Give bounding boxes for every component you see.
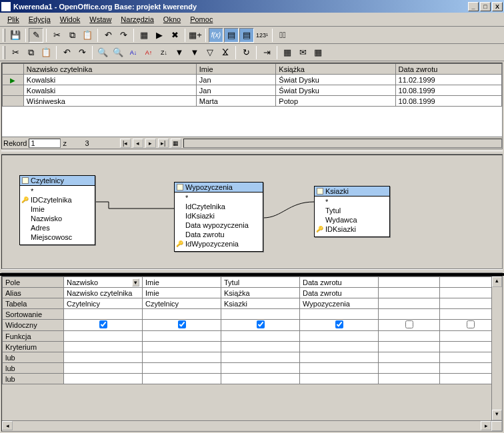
- design-view-icon[interactable]: ▦: [137, 28, 151, 43]
- visible-cell[interactable]: [64, 320, 143, 331]
- export-icon[interactable]: ⇥: [259, 45, 274, 60]
- col-header[interactable]: Nazwisko czytelnika: [23, 64, 196, 75]
- alias-cell[interactable]: Data zwrotu: [300, 288, 379, 298]
- menu-edycja[interactable]: Edycja: [24, 14, 55, 25]
- col-header[interactable]: Książka: [276, 64, 395, 75]
- apply-filter-icon[interactable]: ▼: [187, 45, 202, 60]
- menu-okno[interactable]: Okno: [159, 14, 185, 25]
- save-icon[interactable]: 💾: [8, 28, 23, 43]
- diagram-pane[interactable]: Czytelnicy * IDCzytelnika Imie Nazwisko …: [1, 155, 503, 269]
- field-cell[interactable]: Imie: [143, 277, 221, 288]
- paste2-icon[interactable]: 📋: [39, 45, 53, 60]
- run-query-icon[interactable]: ▶: [152, 28, 167, 43]
- redo2-icon[interactable]: ↷: [75, 45, 89, 60]
- cut2-icon[interactable]: ✂: [8, 45, 23, 60]
- undo2-icon[interactable]: ↶: [59, 45, 74, 60]
- table-ksiazki[interactable]: Ksiazki * Tytul Wydawca IDKsiazki: [314, 186, 390, 237]
- toolbar-grip-2[interactable]: [3, 46, 5, 59]
- nav-last-icon[interactable]: ▸|: [158, 139, 169, 148]
- scroll-right-icon[interactable]: ▸: [481, 421, 491, 430]
- table-cell[interactable]: Ksiazki: [221, 298, 300, 309]
- toolbar-grip[interactable]: [3, 29, 5, 42]
- visible-cell[interactable]: [221, 320, 300, 331]
- scroll-down-icon[interactable]: ▾: [492, 410, 502, 420]
- select-all-corner[interactable]: [3, 64, 24, 75]
- mail-merge-icon[interactable]: ✉: [295, 45, 310, 60]
- menu-widok[interactable]: Widok: [55, 14, 85, 25]
- table-cell[interactable]: Czytelnicy: [64, 298, 143, 309]
- table-row[interactable]: Kowalski Jan Świat Dysku 10.08.1999: [3, 85, 502, 96]
- alias-cell[interactable]: Książka: [221, 288, 300, 298]
- table-wypozyczenia[interactable]: Wypozyczenia * IdCzytelnika IdKsiazki Da…: [174, 182, 263, 252]
- close-button[interactable]: X: [492, 2, 503, 11]
- visible-checkbox[interactable]: [257, 320, 265, 328]
- horizontal-scrollbar[interactable]: ◂ ▸: [2, 420, 502, 431]
- visible-checkbox[interactable]: [99, 320, 107, 328]
- scroll-track[interactable]: [183, 139, 502, 148]
- col-header[interactable]: Data zwrotu: [395, 64, 501, 75]
- filter-icon[interactable]: Ϫ: [218, 45, 233, 60]
- table-czytelnicy[interactable]: Czytelnicy * IDCzytelnika Imie Nazwisko …: [19, 175, 95, 245]
- table-row[interactable]: ▶ Kowalski Jan Świat Dysku 11.02.1999: [3, 75, 502, 85]
- visible-cell[interactable]: [300, 320, 379, 331]
- menu-wstaw[interactable]: Wstaw: [85, 14, 116, 25]
- table-cell[interactable]: Wypozyczenia: [300, 298, 379, 309]
- design-grid[interactable]: Pole Nazwisko Imie Tytul Data zwrotu Ali…: [2, 276, 502, 384]
- record-current-input[interactable]: [29, 139, 61, 148]
- redo-icon[interactable]: ↷: [116, 28, 131, 43]
- copy-icon[interactable]: ⧉: [65, 28, 79, 43]
- field-cell[interactable]: Nazwisko: [64, 277, 143, 288]
- alias-cell[interactable]: Nazwisko czytelnika: [64, 288, 143, 298]
- field-cell[interactable]: Data zwrotu: [300, 277, 379, 288]
- visible-checkbox[interactable]: [467, 320, 475, 328]
- data-to-text-icon[interactable]: ▦: [280, 45, 295, 60]
- find-replace-icon[interactable]: 🔍: [111, 45, 125, 60]
- visible-cell[interactable]: [143, 320, 221, 331]
- visible-checkbox[interactable]: [178, 320, 186, 328]
- paste-icon[interactable]: 📋: [80, 28, 95, 43]
- refresh-icon[interactable]: ↻: [239, 45, 253, 60]
- clear-query-icon[interactable]: ✖: [167, 28, 182, 43]
- visible-checkbox[interactable]: [405, 320, 413, 328]
- scroll-left-icon[interactable]: ◂: [2, 421, 13, 430]
- data-source-icon[interactable]: ▦: [311, 45, 325, 60]
- nav-first-icon[interactable]: |◂: [120, 139, 131, 148]
- sort-za-icon[interactable]: Z↓: [157, 45, 171, 60]
- sort-desc-icon[interactable]: A↑: [141, 45, 156, 60]
- menu-plik[interactable]: Plik: [3, 14, 24, 25]
- field-cell[interactable]: Tytul: [221, 277, 300, 288]
- close-query-icon[interactable]: �⃠: [275, 28, 290, 43]
- copy2-icon[interactable]: ⧉: [23, 45, 38, 60]
- record-of-label: z: [63, 139, 83, 147]
- distinct-values-icon[interactable]: 123¹: [255, 28, 269, 43]
- visible-checkbox[interactable]: [335, 320, 343, 328]
- nav-next-icon[interactable]: ▸: [145, 139, 156, 148]
- find-icon[interactable]: 🔍: [95, 45, 110, 60]
- add-table-icon[interactable]: ▦+: [188, 28, 203, 43]
- alias-icon[interactable]: ▤: [239, 28, 254, 43]
- table-cell[interactable]: Czytelnicy: [143, 298, 221, 309]
- vertical-scrollbar[interactable]: ▴ ▾: [491, 276, 502, 420]
- menu-narzedzia[interactable]: Narzędzia: [116, 14, 159, 25]
- table-name-icon[interactable]: ▤: [224, 28, 239, 43]
- autofilter-icon[interactable]: ▼: [172, 45, 187, 60]
- field-cell[interactable]: [379, 277, 440, 288]
- minimize-button[interactable]: _: [468, 2, 479, 11]
- nav-new-icon[interactable]: ▦: [171, 139, 181, 148]
- toolbar-main: 💾 ✎ ✂ ⧉ 📋 ↶ ↷ ▦ ▶ ✖ ▦+ f(x) ▤ ▤ 123¹ �⃠: [0, 27, 504, 44]
- cut-icon[interactable]: ✂: [49, 28, 64, 43]
- remove-filter-icon[interactable]: ▽: [203, 45, 217, 60]
- undo-icon[interactable]: ↶: [101, 28, 115, 43]
- table-row[interactable]: Wiśniweska Marta Potop 10.08.1999: [3, 96, 502, 107]
- nav-prev-icon[interactable]: ◂: [133, 139, 143, 148]
- scroll-up-icon[interactable]: ▴: [492, 276, 502, 287]
- alias-cell[interactable]: Imie: [143, 288, 221, 298]
- edit-mode-icon[interactable]: ✎: [29, 28, 43, 43]
- results-grid[interactable]: Nazwisko czytelnika Imie Książka Data zw…: [2, 63, 502, 107]
- col-header[interactable]: Imie: [196, 64, 276, 75]
- maximize-button[interactable]: □: [480, 2, 491, 11]
- sort-asc-icon[interactable]: A↓: [126, 45, 141, 60]
- visible-cell[interactable]: [379, 320, 440, 331]
- functions-icon[interactable]: f(x): [209, 28, 223, 43]
- menu-pomoc[interactable]: Pomoc: [185, 14, 217, 25]
